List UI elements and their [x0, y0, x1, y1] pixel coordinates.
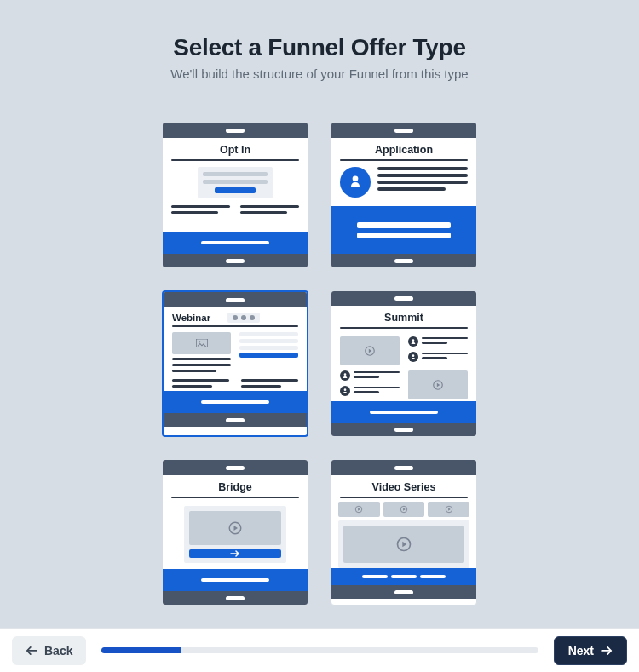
person-icon [340, 167, 371, 198]
avatar-icon [340, 370, 350, 381]
next-button-label: Next [568, 644, 594, 658]
offer-card-summit[interactable]: Summit [331, 290, 477, 437]
progress-bar [101, 647, 538, 653]
play-icon [338, 502, 380, 517]
card-title: Opt In [220, 144, 250, 156]
svg-point-6 [344, 374, 347, 376]
image-placeholder-icon [172, 332, 231, 354]
svg-point-5 [412, 355, 415, 358]
next-button[interactable]: Next [554, 636, 627, 665]
card-title: Application [375, 144, 433, 156]
card-top-bar [331, 291, 476, 306]
back-button-label: Back [44, 644, 72, 658]
card-bottom-bar [331, 423, 476, 436]
arrow-left-icon [26, 646, 37, 656]
card-blue-band [163, 569, 308, 591]
card-title: Webinar [172, 313, 210, 323]
card-bottom-bar [163, 254, 308, 267]
card-bottom-bar [331, 254, 476, 267]
page-subtitle: We'll build the structure of your Funnel… [170, 66, 468, 81]
offer-card-application[interactable]: Application [331, 122, 477, 268]
offer-card-webinar[interactable]: Webinar [162, 290, 308, 437]
svg-point-7 [344, 389, 347, 392]
card-top-bar [163, 123, 308, 138]
play-icon [383, 502, 425, 517]
dots-icon [227, 313, 260, 323]
card-form-band [331, 206, 476, 254]
offer-card-optin[interactable]: Opt In [162, 122, 308, 268]
card-top-bar [163, 460, 308, 475]
wizard-footer: Back Next [0, 628, 639, 672]
card-blue-band [163, 232, 308, 254]
card-blue-band [164, 391, 307, 413]
svg-point-2 [199, 341, 200, 342]
arrow-right-icon [601, 646, 613, 656]
card-bottom-bar [331, 585, 476, 599]
svg-point-4 [412, 340, 415, 342]
play-icon [428, 502, 469, 517]
card-bottom-bar [163, 591, 308, 605]
svg-point-0 [353, 176, 359, 182]
card-title: Summit [384, 312, 423, 324]
card-bottom-bar [164, 413, 307, 427]
card-top-bar [164, 292, 307, 307]
offer-card-video-series[interactable]: Video Series [331, 459, 477, 606]
card-blue-band [331, 568, 476, 585]
arrow-right-icon [189, 549, 281, 558]
avatar-icon [340, 386, 350, 396]
back-button[interactable]: Back [12, 636, 86, 665]
progress-fill [101, 647, 180, 653]
play-icon [408, 370, 468, 399]
avatar-icon [408, 352, 418, 362]
card-title: Bridge [218, 481, 252, 493]
card-blue-band [331, 401, 476, 422]
card-title: Video Series [372, 481, 436, 493]
play-icon [343, 526, 464, 564]
page-title: Select a Funnel Offer Type [173, 34, 465, 61]
play-icon [340, 336, 400, 365]
offer-card-bridge[interactable]: Bridge [162, 459, 308, 606]
offer-type-grid: Opt In Application [162, 122, 477, 606]
card-top-bar [331, 460, 476, 475]
optin-form-preview [198, 167, 273, 198]
card-top-bar [331, 123, 476, 138]
play-icon [189, 511, 281, 545]
avatar-icon [408, 336, 418, 347]
